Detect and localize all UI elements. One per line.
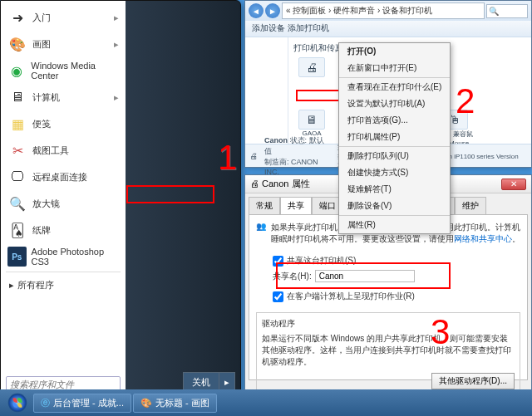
ctx-delete-queue[interactable]: 删除打印队列(U) — [339, 148, 450, 164]
sm-item-rdp[interactable]: 🖵远程桌面连接 — [2, 164, 124, 190]
taskbar-item-paint[interactable]: 🎨无标题 - 画图 — [133, 394, 217, 413]
drivers-group: 驱动程序 如果运行不同版本 Windows 的用户共享此打印机，则可能需要安装其… — [256, 312, 520, 395]
magnifier-icon: 🔍 — [7, 193, 27, 213]
annotation-box-1 — [126, 185, 214, 203]
chevron-right-icon: ▸ — [114, 12, 119, 23]
start-orb[interactable] — [3, 391, 32, 414]
sm-item-getting-started[interactable]: ➜入门▸ — [2, 4, 124, 31]
tab-general[interactable]: 常规 — [249, 197, 280, 214]
ctx-sep — [339, 146, 450, 147]
ie-icon: ⓔ — [41, 397, 50, 409]
sm-label: 入门 — [32, 12, 51, 24]
network-center-link[interactable]: 网络和共享中心 — [454, 234, 512, 243]
explorer-body: 打印机和传真 (4) 🖨 📠Fax 🖨Microsoft XPS 🖨发送至 On… — [245, 37, 531, 145]
close-button[interactable]: ✕ — [501, 179, 526, 190]
sm-label: 画图 — [32, 38, 51, 51]
client-render-row: 在客户端计算机上呈现打印作业(R) — [273, 289, 515, 304]
search-field[interactable]: 🔍 — [486, 4, 528, 18]
sm-item-photoshop[interactable]: PsAdobe Photoshop CS3 — [2, 243, 124, 270]
paint-icon: 🎨 — [140, 398, 152, 409]
sm-item-wmc[interactable]: ◉Windows Media Center — [2, 57, 124, 84]
taskbar-item-ie[interactable]: ⓔ后台管理 - 成就... — [33, 394, 131, 413]
dialog-body: 👥 如果共享此打印机，网络上的所有用户都可以使用此打印机。计算机睡眠时打印机将不… — [249, 214, 528, 380]
remote-desktop-icon: 🖵 — [7, 167, 27, 187]
context-menu: 打开(O) 在新窗口中打开(E) 查看现在正在打印什么(E) 设置为默认打印机(… — [338, 42, 451, 234]
chevron-right-icon: ▸ — [114, 39, 119, 50]
ctx-properties[interactable]: 属性(R) — [339, 217, 450, 233]
start-menu-left-pane: ➜入门▸ 🎨画图▸ ◉Windows Media Center 🖥计算机▸ ▦便… — [1, 1, 126, 398]
computer-icon: 🖥 — [7, 87, 27, 107]
annotation-number-2: 2 — [456, 81, 475, 121]
ctx-troubleshoot[interactable]: 疑难解答(T) — [339, 181, 450, 198]
sm-label: 放大镜 — [32, 198, 60, 210]
ctx-set-default[interactable]: 设置为默认打印机(A) — [339, 95, 450, 112]
taskbar: ⓔ后台管理 - 成就... 🎨无标题 - 画图 — [0, 389, 532, 416]
ctx-printer-properties[interactable]: 打印机属性(P) — [339, 129, 450, 145]
ctx-preferences[interactable]: 打印首选项(G)... — [339, 112, 450, 129]
devices-printers-window: ◄ ► « 控制面板 › 硬件和声音 › 设备和打印机 🔍 添加设备 添加打印机… — [244, 0, 532, 168]
annotation-box-3 — [276, 262, 451, 289]
ctx-remove[interactable]: 删除设备(V) — [339, 198, 450, 214]
sm-item-paint[interactable]: 🎨画图▸ — [2, 31, 124, 57]
media-center-icon: ◉ — [7, 61, 26, 81]
explorer-nav-bar: ◄ ► « 控制面板 › 硬件和声音 › 设备和打印机 🔍 — [245, 1, 531, 21]
cards-icon: 🂡 — [7, 220, 27, 240]
drivers-text: 如果运行不同版本 Windows 的用户共享此打印机，则可能需要安装其他驱动程序… — [262, 333, 515, 368]
ctx-sep — [339, 77, 450, 78]
forward-button[interactable]: ► — [265, 3, 280, 18]
ctx-sep — [339, 215, 450, 216]
client-cb-label: 在客户端计算机上呈现打印作业(R) — [287, 291, 415, 302]
sm-item-solitaire[interactable]: 🂡纸牌 — [2, 217, 124, 243]
chevron-right-icon: ▸ — [9, 280, 14, 291]
separator — [6, 272, 121, 272]
explorer-sidebar — [245, 37, 288, 145]
sm-item-computer[interactable]: 🖥计算机▸ — [2, 84, 124, 110]
explorer-toolbar[interactable]: 添加设备 添加打印机 — [245, 21, 531, 37]
computer-icon: 🖥 — [298, 110, 325, 130]
share-icon: 👥 — [256, 222, 266, 231]
status-mfr: 制造商: CANON INC. — [264, 158, 318, 176]
sm-label: Adobe Photoshop CS3 — [32, 247, 119, 267]
arrow-icon: ➜ — [7, 7, 27, 27]
sm-label: Windows Media Center — [31, 61, 119, 81]
sm-label: 计算机 — [32, 91, 60, 104]
all-programs[interactable]: ▸所有程序 — [2, 274, 124, 296]
annotation-number-3: 3 — [431, 312, 450, 352]
sm-label: 便笺 — [32, 118, 51, 130]
address-bar[interactable]: « 控制面板 › 硬件和声音 › 设备和打印机 — [282, 2, 485, 19]
tab-maintenance[interactable]: 维护 — [455, 197, 486, 214]
printer-icon: 🖨 — [250, 152, 258, 160]
printer-icon: 🖨 Canon 属性 — [250, 178, 310, 190]
sm-item-sticky[interactable]: ▦便笺 — [2, 110, 124, 137]
taskbar-label: 无标题 - 画图 — [155, 397, 209, 409]
scissors-icon: ✂ — [7, 140, 27, 160]
sm-item-magnifier[interactable]: 🔍放大镜 — [2, 190, 124, 217]
photoshop-icon: Ps — [7, 247, 27, 267]
other-drivers-button[interactable]: 其他驱动程序(D)... — [431, 373, 515, 389]
annotation-number-1: 1 — [218, 138, 237, 178]
paint-icon: 🎨 — [7, 34, 27, 54]
drivers-title: 驱动程序 — [262, 318, 515, 330]
back-button[interactable]: ◄ — [249, 3, 264, 18]
ctx-open-new[interactable]: 在新窗口中打开(E) — [339, 60, 450, 76]
ctx-open[interactable]: 打开(O) — [339, 43, 450, 60]
sticky-notes-icon: ▦ — [7, 114, 27, 134]
sm-label: 纸牌 — [32, 224, 51, 237]
status-text: Canon 状态: 默认值 制造商: CANON INC. — [264, 135, 331, 176]
sm-label: 截图工具 — [32, 144, 69, 157]
chevron-right-icon: ▸ — [114, 92, 119, 103]
taskbar-label: 后台管理 - 成就... — [53, 397, 124, 409]
sm-item-snip[interactable]: ✂截图工具 — [2, 137, 124, 164]
printer-icon: 🖨 — [298, 57, 325, 77]
dialog-title: Canon 属性 — [262, 179, 309, 188]
ctx-view-queue[interactable]: 查看现在正在打印什么(E) — [339, 79, 450, 95]
all-programs-label: 所有程序 — [17, 279, 54, 291]
ctx-shortcut[interactable]: 创建快捷方式(S) — [339, 164, 450, 181]
status-name: Canon — [264, 136, 288, 144]
tab-sharing[interactable]: 共享 — [280, 197, 312, 214]
client-render-checkbox[interactable] — [273, 291, 283, 302]
sm-label: 远程桌面连接 — [32, 171, 87, 184]
